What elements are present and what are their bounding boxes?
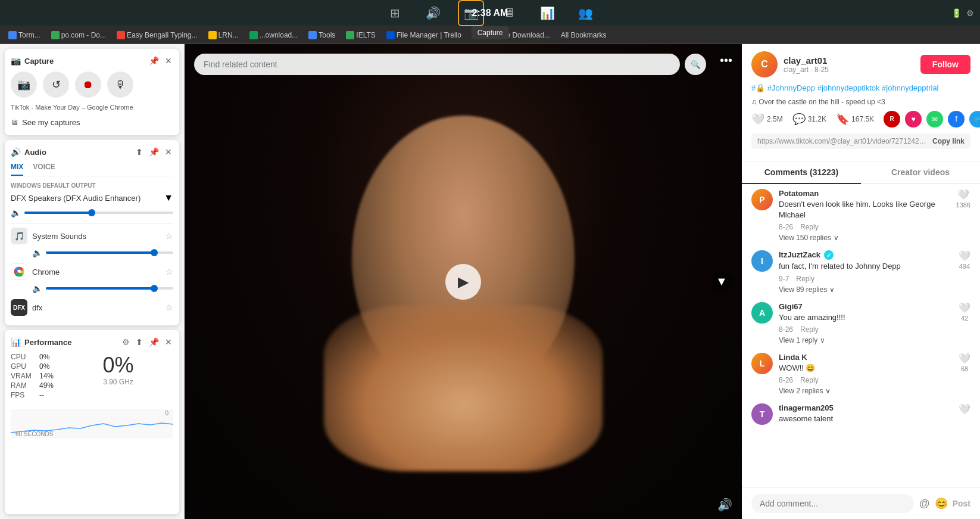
heart-icon: 🤍	[959, 353, 970, 364]
comments-action[interactable]: 💬 31.2K	[792, 113, 826, 126]
dfx-star[interactable]: ☆	[166, 303, 173, 312]
chrome-star[interactable]: ☆	[166, 267, 173, 276]
comment-meta: 8-26 Reply	[779, 223, 950, 231]
master-volume-slider[interactable]	[24, 212, 173, 214]
tab-comments[interactable]: Comments (31223)	[742, 161, 861, 184]
view-replies-btn[interactable]: View 1 reply ∨	[779, 336, 953, 344]
bookmark-po[interactable]: po.com - Do...	[48, 30, 110, 41]
perf-big-percent: 0%	[63, 353, 173, 378]
system-sounds-row: 🎵 System Sounds ☆	[11, 228, 173, 244]
like-button[interactable]: 🤍	[959, 403, 970, 425]
search-submit-btn[interactable]: 🔍	[685, 54, 706, 75]
chrome-icon	[11, 263, 27, 280]
creator-name[interactable]: clay_art01	[784, 55, 915, 66]
volume-control[interactable]: 🔊	[717, 498, 732, 512]
bookmark-trello[interactable]: File Manager | Trello	[383, 30, 465, 41]
system-sounds-star[interactable]: ☆	[166, 231, 173, 241]
tab-creator-videos[interactable]: Creator videos	[861, 161, 980, 183]
perf-expand-btn[interactable]: ⬆	[135, 336, 144, 348]
system-sounds-slider[interactable]	[46, 251, 173, 254]
emoji-btn[interactable]: 😊	[935, 497, 948, 510]
scroll-down-btn[interactable]: ▼	[711, 271, 732, 293]
perf-close-btn[interactable]: ✕	[164, 336, 173, 348]
hashtags[interactable]: #🔒 #JohnnyDepp #johnnydepptiktok #johnny…	[751, 82, 970, 94]
timer-btn[interactable]: ↺	[43, 72, 69, 98]
bookmark-download2[interactable]: ...ownload...	[246, 30, 302, 41]
capture-tooltip: Capture	[472, 26, 509, 39]
likes-action[interactable]: 🤍 2.5M	[751, 113, 783, 126]
bookmark-torm[interactable]: Torm...	[5, 30, 44, 41]
perf-settings-btn[interactable]: ⚙	[121, 336, 131, 348]
comment-reply-btn[interactable]: Reply	[796, 275, 814, 283]
audio-pin-btn[interactable]: 📌	[148, 146, 160, 158]
tab-mix[interactable]: MIX	[11, 163, 23, 176]
bookmark-tools[interactable]: Tools	[305, 30, 339, 41]
comment-username[interactable]: tinagerman205	[779, 403, 953, 412]
like-button[interactable]: 🤍 42	[959, 302, 970, 344]
comment-username[interactable]: Potatoman	[779, 189, 950, 198]
capture-close-btn[interactable]: ✕	[164, 55, 173, 67]
bookmark-bengali[interactable]: Easy Bengali Typing...	[113, 30, 201, 41]
comment-reply-btn[interactable]: Reply	[800, 223, 819, 231]
find-related-input[interactable]	[194, 54, 680, 75]
share-icon-whatsapp[interactable]: ✉	[926, 111, 943, 128]
tab-voice[interactable]: VOICE	[33, 163, 55, 176]
system-sounds-icon: 🎵	[11, 228, 27, 244]
bookmark-lrn[interactable]: LRN...	[205, 30, 242, 41]
share-icon-1[interactable]: R	[884, 111, 900, 128]
link-bar: https://www.tiktok.com/@clay_art01/video…	[751, 133, 970, 149]
screenshot-btn[interactable]: 📷	[11, 72, 37, 98]
capture-pin-btn[interactable]: 📌	[148, 55, 160, 67]
tool-btn-users[interactable]: 👥	[572, 0, 598, 26]
view-replies-btn[interactable]: View 150 replies ∨	[779, 234, 950, 242]
tool-btn-stats[interactable]: 📊	[534, 0, 560, 26]
tool-btn-audio[interactable]: 🔊	[420, 0, 446, 26]
capture-title-icon: 📷	[11, 56, 21, 66]
audio-close-btn[interactable]: ✕	[164, 146, 173, 158]
no-mic-btn[interactable]: 🎙	[107, 72, 133, 98]
heart-icon: 🤍	[751, 113, 764, 126]
share-icon-facebook[interactable]: f	[948, 111, 965, 128]
tool-btn-capture-alt[interactable]: ⊞	[382, 0, 408, 26]
perf-pin-btn[interactable]: 📌	[148, 336, 160, 348]
comment-text: WOW!! 😄	[779, 363, 953, 374]
share-icon-twitter[interactable]: 🐦	[969, 111, 980, 128]
record-btn[interactable]: ⏺	[75, 72, 101, 98]
perf-widget-title: 📊 Performance	[11, 337, 71, 347]
comment-input[interactable]	[751, 494, 914, 513]
system-sounds-volume-row: 🔈	[32, 248, 173, 257]
audio-expand-btn[interactable]: ⬆	[135, 146, 144, 158]
comment-username[interactable]: ItzJuztZack ✓	[779, 250, 953, 260]
comment-avatar: A	[751, 302, 773, 324]
chrome-slider[interactable]	[46, 287, 173, 290]
video-more-btn[interactable]: •••	[720, 54, 732, 67]
comment-username[interactable]: Gigi67	[779, 302, 953, 311]
comment-username[interactable]: Linda K	[779, 353, 953, 362]
comment-item: P Potatoman Doesn't even look like him. …	[751, 189, 970, 242]
copy-link-btn[interactable]: Copy link	[932, 137, 965, 145]
view-replies-btn[interactable]: View 89 replies ∨	[779, 285, 953, 294]
view-replies-btn[interactable]: View 2 replies ∨	[779, 387, 953, 395]
right-panel: C clay_art01 clay_art · 8-25 Follow #🔒 #…	[742, 44, 980, 519]
see-captures-btn[interactable]: 🖥 See my captures	[11, 116, 173, 129]
comment-item: A Gigi67 You are amazing!!!! 8-26 Reply …	[751, 302, 970, 344]
post-btn[interactable]: Post	[953, 499, 970, 508]
like-button[interactable]: 🤍 494	[959, 250, 970, 294]
bookmark-icon	[8, 31, 17, 39]
bookmarks-action[interactable]: 🔖 167.5K	[836, 113, 874, 126]
comment-text: awesome talent	[779, 414, 953, 424]
play-button[interactable]: ▶	[445, 264, 481, 300]
mention-btn[interactable]: @	[919, 498, 929, 510]
bookmark-all[interactable]: All Bookmarks	[557, 30, 610, 41]
audio-device-selector[interactable]: DFX Speakers (DFX Audio Enhancer) ▼	[11, 192, 173, 203]
bookmark-ielts[interactable]: IELTS	[342, 30, 379, 41]
share-icon-pink[interactable]: ♥	[905, 111, 922, 128]
comment-body: Linda K WOW!! 😄 8-26 Reply View 2 replie…	[779, 353, 953, 395]
comment-reply-btn[interactable]: Reply	[800, 376, 819, 384]
like-button[interactable]: 🤍 68	[959, 353, 970, 395]
like-button[interactable]: 🤍 1386	[956, 189, 970, 242]
comment-reply-btn[interactable]: Reply	[800, 325, 819, 334]
likes-count: 2.5M	[767, 115, 783, 123]
follow-button[interactable]: Follow	[920, 55, 970, 74]
settings-icon[interactable]: ⚙	[966, 8, 974, 18]
